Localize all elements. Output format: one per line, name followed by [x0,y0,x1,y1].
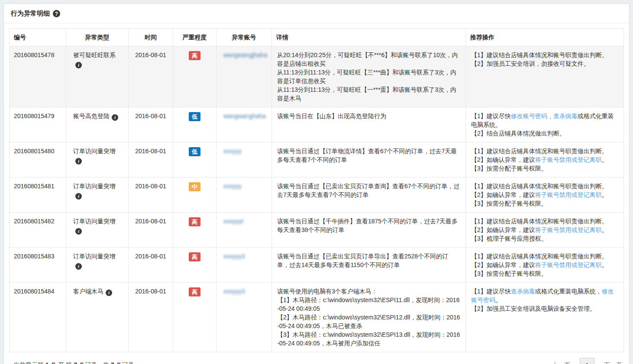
header-date: 时间 [129,29,173,46]
table-row: 201608015478被可疑旺旺联系i2016-08-01高wangwangj… [10,46,624,107]
action-text: 【3】按需分配子账号权限。 [471,165,547,172]
account-link[interactable]: wangwanghaha [223,113,266,119]
action-text: 。 [602,191,608,198]
severity-badge: 中 [189,182,200,191]
action-line: 【1】建议结合店铺具体情况和账号职责做出判断。 [471,51,618,59]
action-link[interactable]: 查杀病毒 [511,288,535,295]
info-icon[interactable]: i [106,290,112,296]
cell-severity: 低 [173,142,216,177]
action-line: 【2】加强员工安全培训，勿接收可疑文件。 [471,59,618,68]
prev-page-button[interactable]: 上一页 [552,361,570,364]
severity-badge: 低 [189,147,200,156]
page-number-button[interactable]: 1 [580,358,594,364]
info-icon[interactable]: i [75,158,82,164]
action-text: 【1】建议结合店铺具体情况和账号职责做出判断。 [471,218,608,225]
info-icon[interactable]: i [75,62,82,68]
page-title: 行为异常明细 [11,10,50,18]
cell-id: 201608015479 [10,107,66,142]
cell-id: 201608015478 [10,46,66,107]
anomaly-type-label: 订单访问量突增 [73,218,116,225]
detail-line: 从11:13分到11:13分，可疑旺旺【一***蛋】和该账号联系了3次，内容是木… [277,85,460,103]
cell-id: 201608015482 [10,213,66,248]
action-line: 【3】按需分配子账号权限。 [471,199,618,208]
action-line: 【1】建议结合店铺具体情况和账号职责做出判断。 [471,147,618,155]
detail-line: 该账号当日通过【已卖出宝贝页订单查询】查看67个不同的订单，过去7天最多每天查看… [277,182,460,199]
action-line: 【1】建议结合店铺具体情况和账号职责做出判断。 [471,252,618,261]
cell-type: 被可疑旺旺联系i [66,46,129,107]
info-icon[interactable]: i [75,193,82,200]
cell-actions: 【1】建议结合店铺具体情况和账号职责做出判断。【2】如确认异常，建议将子账号禁用… [466,248,624,283]
help-icon[interactable]: ? [53,10,60,17]
cell-account: wangwangjhaha [216,46,272,107]
account-link[interactable]: xxxyyy3 [223,288,245,295]
action-text: 【2】如确认异常，建议 [471,191,535,198]
action-link[interactable]: 修改账号密码，查杀病毒 [511,113,578,119]
header-details: 详情 [272,29,466,46]
action-text: 或格式化重装电脑系统， [535,288,602,295]
cell-severity: 高 [173,283,216,352]
detail-line: 从20:14分到20:25分，可疑旺旺【不***6】和该账号联系了10次，内容是… [277,51,460,68]
cell-date: 2016-08-01 [129,142,173,177]
action-text: 【1】建议尽快 [471,113,511,119]
table-header: 编号 异常类型 时间 严重程度 异常账号 详情 推荐操作 [10,29,624,46]
cell-details: 该账号当日通过【已卖出宝贝页订单导出】查看2528个不同的订单，过去14天最多每… [272,248,466,283]
anomaly-type-label: 订单访问量突增 [73,253,116,260]
cell-date: 2016-08-01 [129,283,173,352]
action-text: 【2】结合店铺具体情况做出判断。 [471,130,565,137]
account-link[interactable]: xxxyyy [223,183,242,190]
action-text: 【2】加强员工安全培训及电脑设备安全管理。 [471,305,596,312]
action-text: 【2】如确认异常，建议 [471,156,535,163]
anomaly-type-label: 账号高危登陆 [73,113,110,119]
action-text: 【1】建议结合店铺具体情况和账号职责做出判断。 [471,253,608,260]
info-icon[interactable]: i [112,114,118,121]
severity-badge: 高 [189,51,200,60]
action-link[interactable]: 将子账号禁用或登记离职 [535,156,602,163]
info-icon[interactable]: i [75,228,82,235]
detail-line: 该账号当日通过【千牛插件】查看1875个不同的订单，过去7天最多每天查看38个不… [277,217,460,234]
next-page-button[interactable]: 下一页 [604,361,622,364]
action-line: 【1】建议尽快查杀病毒或格式化重装电脑系统，修改账号密码。 [471,287,618,304]
detail-line: 该账号当日在【山东】出现高危登陆行为 [277,112,460,120]
anomaly-detail-panel: 行为异常明细 ? 编号 异常类型 时间 严重程度 异常账号 详情 推荐操作 20… [3,3,630,364]
header-type: 异常类型 [66,29,129,46]
account-link[interactable]: xxxyyy3 [223,253,245,260]
action-line: 【2】如确认异常，建议将子账号禁用或登记离职。 [471,225,618,234]
cell-type: 订单访问量突增i [66,248,129,283]
action-link[interactable]: 将子账号禁用或登记离职 [535,191,602,198]
header-actions: 推荐操作 [466,29,624,46]
header-row: 编号 异常类型 时间 严重程度 异常账号 详情 推荐操作 [10,29,624,46]
summary-text: 条记录 [114,361,134,364]
account-link[interactable]: xxxyyy [223,148,242,155]
table-row: 201608015482订单访问量突增i2016-08-01高xxxyyyt该账… [10,213,624,248]
panel-header: 行为异常明细 ? [4,4,629,23]
summary-text: 条 至 第 [49,361,74,364]
action-line: 【2】如确认异常，建议将子账号禁用或登记离职。 [471,261,618,269]
action-line: 【3】按需分配子账号权限。 [471,164,618,173]
action-text: 【1】建议结合店铺具体情况和账号职责做出判断。 [471,183,608,190]
cell-account: xxxyyy3 [216,248,272,283]
action-link[interactable]: 将子账号禁用或登记离职 [535,261,602,268]
cell-date: 2016-08-01 [129,213,173,248]
cell-details: 该账号当日通过【订单物流详情】查看67个不同的订单，过去7天最多每天查看7个不同… [272,142,466,177]
info-icon[interactable]: i [75,263,82,270]
action-text: 【2】如确认异常，建议 [471,226,535,233]
cell-details: 从20:14分到20:25分，可疑旺旺【不***6】和该账号联系了10次，内容是… [272,46,466,107]
action-line: 【3】梳理子账号应用授权。 [471,234,618,243]
anomaly-type-label: 订单访问量突增 [73,148,116,155]
action-link[interactable]: 将子账号禁用或登记离职 [535,226,602,233]
action-text: 【3】梳理子账号应用授权。 [471,235,547,242]
cell-account: xxxyyy3 [216,283,272,352]
account-link[interactable]: wangwangjhaha [223,52,267,58]
action-text: 。 [602,226,608,233]
anomaly-type-label: 被可疑旺旺联系 [73,52,116,58]
cell-severity: 高 [173,46,216,107]
severity-badge: 高 [189,252,200,261]
cell-account: wangwanghaha [216,107,272,142]
account-link[interactable]: xxxyyyt [223,218,243,225]
cell-id: 201608015483 [10,248,66,283]
pagination: 上一页 1 下一页 [552,358,622,364]
action-text: 【2】加强员工安全培训，勿接收可疑文件。 [471,60,590,67]
record-count: 1 [45,361,49,364]
cell-date: 2016-08-01 [129,177,173,213]
header-severity: 严重程度 [173,29,216,46]
